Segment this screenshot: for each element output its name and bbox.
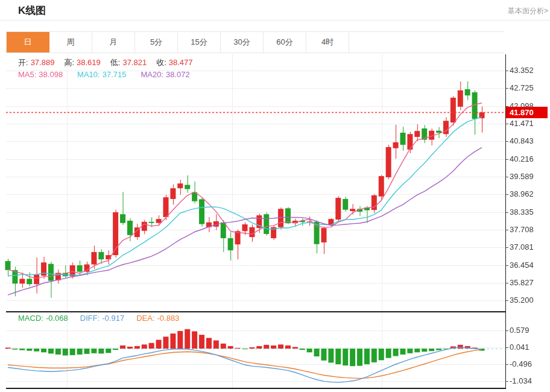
last-price-badge: 41.870	[506, 107, 548, 118]
ma5-readout: MA5:38.098	[18, 70, 63, 79]
macd-axis-label: 0.579	[510, 326, 529, 335]
close-readout: 收:38.477	[156, 58, 192, 67]
price-axis-label: 37.708	[510, 225, 534, 234]
macd-info-row: MACD:-0.068DIFF:-0.917DEA:-0.883	[18, 314, 191, 323]
price-axis-label: 35.200	[510, 296, 534, 305]
tab-月[interactable]: 月	[92, 32, 135, 52]
ma20-readout: MA20:38.072	[141, 70, 189, 79]
high-readout: 高:38.619	[64, 58, 100, 67]
period-tabs: 日周月5分15分30分60分4时	[6, 31, 504, 53]
price-axis-label: 38.962	[510, 189, 534, 198]
ma10-readout: MA10:37.715	[77, 70, 126, 79]
ma-info-row: MA5:38.098MA10:37.715MA20:38.072	[18, 70, 204, 79]
fundamental-analysis-link[interactable]: 基本面分析>	[508, 6, 548, 16]
price-axis-label: 40.216	[510, 154, 534, 163]
price-axis-label: 36.454	[510, 261, 534, 270]
open-readout: 开:37.889	[18, 58, 54, 67]
tab-30分[interactable]: 30分	[221, 32, 264, 52]
tab-日[interactable]: 日	[7, 32, 49, 52]
tabs-filler	[349, 32, 504, 52]
tab-5分[interactable]: 5分	[135, 32, 178, 52]
macd-axis-label: -0.496	[510, 359, 532, 368]
dea-readout: DEA:-0.883	[136, 314, 179, 323]
price-axis-label: 39.589	[510, 172, 534, 181]
kline-widget: K线图 基本面分析> 日周月5分15分30分60分4时 开:37.889高:38…	[0, 0, 550, 392]
diff-readout: DIFF:-0.917	[80, 314, 124, 323]
tab-4时[interactable]: 4时	[306, 32, 349, 52]
tab-周[interactable]: 周	[49, 32, 92, 52]
price-axis-label: 37.081	[510, 242, 534, 251]
tab-15分[interactable]: 15分	[178, 32, 221, 52]
price-axis-label: 40.843	[510, 136, 534, 145]
price-axis-label: 43.352	[510, 66, 534, 75]
price-axis-label: 42.725	[510, 83, 534, 92]
ohlc-info-row: 开:37.889高:38.619低:37.821收:38.477	[18, 57, 203, 68]
macd-axis-label: 0.041	[510, 343, 529, 352]
price-axis-label: 41.471	[510, 119, 534, 128]
low-readout: 低:37.821	[110, 58, 147, 67]
page-title: K线图	[18, 4, 46, 17]
tab-60分[interactable]: 60分	[264, 32, 306, 52]
macd-axis-label: -1.034	[510, 376, 532, 385]
price-axis-label: 35.827	[510, 278, 534, 287]
price-axis-label: 38.335	[510, 207, 534, 217]
macd-readout: MACD:-0.068	[18, 314, 68, 323]
